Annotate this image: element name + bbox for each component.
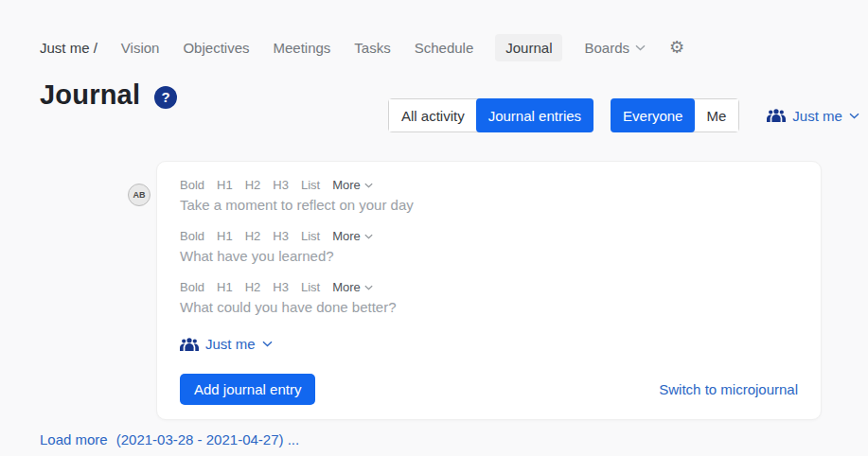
load-more-label: Load more [40, 431, 108, 447]
h3-button[interactable]: H3 [273, 280, 289, 295]
bold-button[interactable]: Bold [180, 178, 204, 193]
chevron-down-icon [262, 341, 273, 347]
breadcrumb[interactable]: Just me / [40, 40, 97, 56]
more-button-label: More [332, 178, 361, 193]
filter-all-activity[interactable]: All activity [389, 99, 477, 132]
switch-to-microjournal-link[interactable]: Switch to microjournal [659, 381, 798, 397]
learned-editor-input[interactable]: What have you learned? [180, 247, 798, 266]
more-button[interactable]: More [332, 178, 373, 193]
h2-button[interactable]: H2 [245, 178, 261, 193]
nav-item-boards[interactable]: Boards [584, 40, 646, 56]
h3-button[interactable]: H3 [273, 229, 289, 244]
add-journal-entry-button[interactable]: Add journal entry [180, 374, 315, 405]
editor-block-better: Bold H1 H2 H3 List More What could you h… [180, 280, 798, 317]
scope-selector-label: Just me [792, 108, 842, 124]
nav-item-boards-label: Boards [584, 40, 629, 56]
h2-button[interactable]: H2 [245, 280, 261, 295]
filter-me[interactable]: Me [694, 99, 738, 132]
editor-block-reflect: Bold H1 H2 H3 List More Take a moment to… [180, 178, 798, 215]
visibility-selector-label: Just me [205, 336, 256, 352]
h1-button[interactable]: H1 [217, 280, 233, 295]
page-title: Journal [40, 79, 140, 111]
nav-item-vision[interactable]: Vision [121, 40, 160, 56]
visibility-selector[interactable]: Just me [180, 336, 798, 352]
activity-filter-group: All activity Journal entries [388, 98, 593, 132]
filter-journal-entries[interactable]: Journal entries [476, 98, 593, 132]
chevron-down-icon [635, 44, 646, 51]
nav-item-objectives[interactable]: Objectives [183, 40, 249, 56]
nav-item-meetings[interactable]: Meetings [273, 40, 330, 56]
more-button[interactable]: More [332, 280, 373, 295]
h3-button[interactable]: H3 [273, 178, 289, 193]
avatar: AB [128, 184, 151, 206]
h1-button[interactable]: H1 [217, 178, 233, 193]
filter-everyone[interactable]: Everyone [611, 98, 695, 132]
h1-button[interactable]: H1 [217, 229, 233, 244]
list-button[interactable]: List [301, 229, 320, 244]
chevron-down-icon [364, 183, 373, 188]
editor-toolbar: Bold H1 H2 H3 List More [180, 178, 798, 193]
top-nav: Just me / Vision Objectives Meetings Tas… [40, 39, 684, 56]
h2-button[interactable]: H2 [245, 229, 261, 244]
filter-controls: All activity Journal entries Everyone Me… [388, 98, 859, 132]
scope-selector[interactable]: Just me [767, 108, 859, 124]
more-button-label: More [332, 229, 361, 244]
load-more-range: (2021-03-28 - 2021-04-27) ... [116, 431, 299, 447]
nav-item-tasks[interactable]: Tasks [354, 40, 390, 56]
editor-block-learned: Bold H1 H2 H3 List More What have you le… [180, 229, 798, 266]
load-more-link[interactable]: Load more (2021-03-28 - 2021-04-27) ... [40, 431, 299, 447]
bold-button[interactable]: Bold [180, 280, 204, 295]
chevron-down-icon [364, 285, 373, 290]
composer-actions: Add journal entry Switch to microjournal [180, 374, 798, 405]
chevron-down-icon [849, 113, 859, 119]
page-header: Journal ? [40, 79, 177, 111]
bold-button[interactable]: Bold [180, 229, 204, 244]
audience-filter-group: Everyone Me [611, 98, 739, 132]
gear-icon[interactable]: ⚙ [669, 39, 684, 56]
help-icon[interactable]: ? [154, 86, 177, 109]
people-group-icon [767, 109, 786, 122]
nav-item-journal[interactable]: Journal [495, 34, 562, 61]
more-button[interactable]: More [332, 229, 373, 244]
reflect-editor-input[interactable]: Take a moment to reflect on your day [180, 196, 798, 215]
editor-toolbar: Bold H1 H2 H3 List More [180, 280, 798, 295]
chevron-down-icon [364, 234, 373, 239]
nav-item-schedule[interactable]: Schedule [415, 40, 474, 56]
list-button[interactable]: List [301, 178, 320, 193]
better-editor-input[interactable]: What could you have done better? [180, 298, 798, 317]
more-button-label: More [332, 280, 361, 295]
people-group-icon [180, 338, 199, 351]
list-button[interactable]: List [301, 280, 320, 295]
journal-composer-card: AB Bold H1 H2 H3 List More Take a moment… [156, 161, 822, 420]
editor-toolbar: Bold H1 H2 H3 List More [180, 229, 798, 244]
